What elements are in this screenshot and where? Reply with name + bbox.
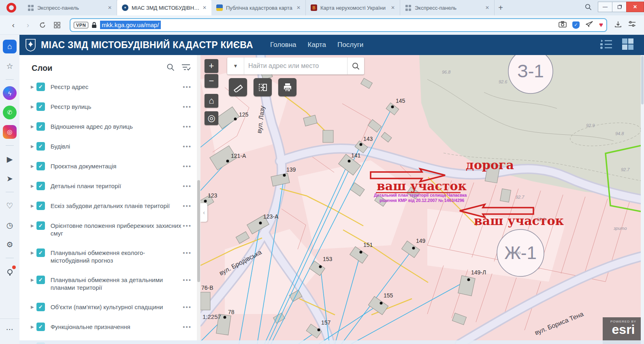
layer-menu-icon[interactable]: ••• bbox=[183, 323, 192, 330]
star-icon[interactable]: ☆ bbox=[3, 59, 17, 73]
layer-expand-caret[interactable]: ▶ bbox=[31, 325, 34, 329]
minimize-button[interactable]: — bbox=[598, 2, 612, 12]
layer-checkbox[interactable]: ✓ bbox=[36, 182, 45, 190]
layer-checkbox[interactable]: ✓ bbox=[36, 248, 45, 257]
layer-menu-icon[interactable]: ••• bbox=[183, 202, 192, 209]
browser-tab[interactable]: ✶ МІАС ЗМД МІСТОБУДІВНИЙ ✕ bbox=[117, 0, 211, 15]
layers-filter-icon[interactable] bbox=[181, 63, 191, 73]
panel-scrollbar[interactable] bbox=[197, 55, 200, 344]
map-viewport[interactable]: З-1Ж-1 125121-А139141143145123123-А15115… bbox=[200, 55, 644, 344]
layer-checkbox[interactable]: ✓ bbox=[36, 276, 45, 284]
measure-tool-button[interactable] bbox=[229, 78, 247, 96]
layer-menu-icon[interactable]: ••• bbox=[183, 122, 192, 130]
locate-button[interactable]: ◎ bbox=[205, 111, 218, 125]
layer-menu-icon[interactable]: ••• bbox=[183, 182, 192, 189]
layer-menu-icon[interactable]: ••• bbox=[183, 162, 192, 170]
snapshot-camera-icon[interactable] bbox=[559, 21, 567, 29]
instagram-icon[interactable]: ◎ bbox=[3, 125, 17, 139]
layer-row[interactable]: ▶ ✓ Детальні плани території ••• bbox=[19, 176, 200, 196]
layer-row[interactable]: ▶ ✓ Функціональне призначення ••• bbox=[19, 317, 200, 337]
browser-tab[interactable]: Экспресс-панель ✕ bbox=[23, 0, 117, 15]
map-search-input[interactable] bbox=[244, 57, 347, 74]
nav-карта[interactable]: Карта bbox=[308, 41, 326, 49]
opera-logo[interactable] bbox=[6, 3, 16, 13]
layer-expand-caret[interactable]: ▶ bbox=[31, 85, 34, 89]
clock-icon[interactable]: ◷ bbox=[3, 218, 17, 232]
heart-icon[interactable]: ♡ bbox=[3, 199, 17, 212]
kyiv-emblem-logo[interactable] bbox=[25, 38, 36, 52]
layer-row[interactable]: ▶ ✓ Відношення адрес до вулиць ••• bbox=[19, 117, 200, 136]
browser-tab[interactable]: Публічна кадастрова карта ✕ bbox=[211, 0, 306, 15]
security-shield-icon[interactable]: ✓ bbox=[572, 21, 580, 29]
layer-expand-caret[interactable]: ▶ bbox=[31, 251, 34, 255]
layer-checkbox[interactable]: ✓ bbox=[36, 83, 45, 91]
tab-search-icon[interactable] bbox=[578, 4, 598, 12]
layer-menu-icon[interactable]: ••• bbox=[183, 221, 192, 229]
messenger-icon[interactable]: ϟ bbox=[3, 86, 17, 100]
home-extent-button[interactable]: ⌂ bbox=[205, 94, 218, 108]
bookmark-heart-icon[interactable]: ♥ bbox=[599, 21, 603, 29]
tab-close-icon[interactable]: ✕ bbox=[106, 4, 113, 11]
downloads-icon[interactable] bbox=[614, 21, 622, 30]
print-tool-button[interactable] bbox=[278, 78, 296, 96]
restore-button[interactable] bbox=[612, 2, 627, 12]
layers-search-icon[interactable] bbox=[166, 63, 175, 73]
tab-close-icon[interactable]: ✕ bbox=[389, 4, 397, 11]
nav-послуги[interactable]: Послуги bbox=[337, 41, 363, 49]
page-scrollbar[interactable] bbox=[641, 55, 644, 344]
layer-checkbox[interactable]: ✓ bbox=[36, 303, 45, 311]
bulb-icon[interactable] bbox=[3, 265, 17, 278]
layer-row[interactable]: ▶ ✓ Адміністративні райони у містах ••• bbox=[19, 337, 200, 344]
layer-row[interactable]: ▶ ✓ Реєстр вулиць ••• bbox=[19, 97, 200, 117]
browser-tab[interactable]: B Карта нерухомості України ✕ bbox=[306, 0, 400, 15]
layer-menu-icon[interactable]: ••• bbox=[183, 276, 192, 283]
layer-menu-icon[interactable]: ••• bbox=[183, 142, 192, 150]
whatsapp-icon[interactable]: ✆ bbox=[3, 106, 17, 119]
vpn-badge[interactable]: VPN bbox=[74, 22, 88, 28]
layer-expand-caret[interactable]: ▶ bbox=[31, 204, 34, 208]
settings-sliders-icon[interactable] bbox=[628, 21, 636, 29]
apps-grid-icon[interactable] bbox=[622, 38, 633, 51]
tab-close-icon[interactable]: ✕ bbox=[484, 4, 491, 11]
play-icon[interactable]: ▶ bbox=[3, 152, 17, 166]
layer-checkbox[interactable]: ✓ bbox=[36, 342, 45, 344]
legend-icon[interactable] bbox=[600, 39, 612, 51]
layer-row[interactable]: ▶ ✓ Проєктна документація ••• bbox=[19, 156, 200, 176]
url-text[interactable]: mkk.kga.gov.ua/map/ bbox=[100, 21, 160, 29]
layer-expand-caret[interactable]: ▶ bbox=[31, 305, 34, 309]
layer-row[interactable]: ▶ ✓ Ескіз забудови детальних планів тери… bbox=[19, 196, 200, 216]
home-icon[interactable]: ⌂ bbox=[3, 40, 17, 53]
layer-expand-caret[interactable]: ▶ bbox=[31, 223, 34, 228]
close-button[interactable]: ✕ bbox=[626, 2, 644, 12]
new-tab-button[interactable]: + bbox=[495, 0, 507, 15]
layer-row[interactable]: ▶ ✓ Планувальні обмеження еколого-містоб… bbox=[19, 243, 200, 270]
reload-button[interactable] bbox=[36, 19, 49, 31]
speed-dial-button[interactable] bbox=[51, 19, 63, 31]
layer-row[interactable]: ▶ ✓ Будівлі ••• bbox=[19, 136, 200, 156]
layer-menu-icon[interactable]: ••• bbox=[183, 102, 192, 110]
layer-menu-icon[interactable]: ••• bbox=[183, 248, 192, 256]
layer-row[interactable]: ▶ ✓ Реєстр адрес ••• bbox=[19, 77, 200, 97]
swipe-tool-button[interactable] bbox=[254, 78, 272, 96]
layer-expand-caret[interactable]: ▶ bbox=[31, 104, 34, 109]
layer-checkbox[interactable]: ✓ bbox=[36, 162, 45, 170]
layer-expand-caret[interactable]: ▶ bbox=[31, 184, 34, 188]
nav-головна[interactable]: Головна bbox=[270, 41, 296, 49]
tab-close-icon[interactable]: ✕ bbox=[201, 4, 208, 11]
map-search-button[interactable] bbox=[347, 57, 364, 74]
layer-checkbox[interactable]: ✓ bbox=[36, 122, 45, 131]
layer-checkbox[interactable]: ✓ bbox=[36, 221, 45, 230]
tab-close-icon[interactable]: ✕ bbox=[295, 4, 302, 11]
layer-expand-caret[interactable]: ▶ bbox=[31, 124, 34, 129]
zoom-out-button[interactable]: − bbox=[205, 74, 218, 88]
gear-icon[interactable]: ⚙ bbox=[3, 238, 17, 251]
layer-menu-icon[interactable]: ••• bbox=[183, 303, 192, 310]
search-source-dropdown[interactable]: ▼ bbox=[227, 57, 244, 74]
layer-checkbox[interactable]: ✓ bbox=[36, 102, 45, 111]
back-button[interactable]: ‹ bbox=[7, 19, 19, 31]
zoom-in-button[interactable]: + bbox=[205, 59, 218, 73]
layer-checkbox[interactable]: ✓ bbox=[36, 202, 45, 210]
panel-collapse-button[interactable]: ‹ bbox=[200, 203, 207, 222]
forward-button[interactable]: › bbox=[22, 19, 34, 31]
layer-row[interactable]: ▶ ✓ Об'єкти (пам'ятки) культурної спадщи… bbox=[19, 297, 200, 317]
